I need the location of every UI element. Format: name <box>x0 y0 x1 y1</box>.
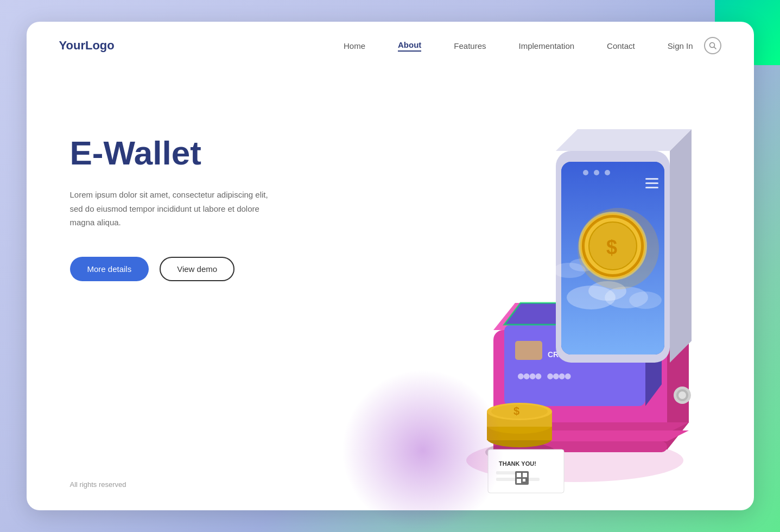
svg-rect-35 <box>645 178 658 180</box>
navbar: YourLogo Home About Features Implementat… <box>27 22 754 69</box>
nav-right: Sign In <box>668 37 721 54</box>
svg-point-34 <box>605 170 610 175</box>
svg-text:●●●● ●●●●: ●●●● ●●●● <box>518 370 571 381</box>
main-content: E-Wallet Lorem ipsum dolor sit amet, con… <box>27 69 754 509</box>
svg-point-32 <box>583 170 588 175</box>
svg-text:THANK YOU!: THANK YOU! <box>499 460 536 467</box>
svg-text:$: $ <box>606 236 617 258</box>
search-icon <box>709 42 716 49</box>
svg-rect-59 <box>517 479 521 483</box>
illustration: CREDIT CARD ●●●● ●●●● <box>331 91 738 509</box>
logo: YourLogo <box>59 39 115 53</box>
svg-rect-57 <box>517 473 521 477</box>
nav-home[interactable]: Home <box>344 41 365 50</box>
btn-group: More details View demo <box>70 257 331 281</box>
hero-description: Lorem ipsum dolor sit amet, consectetur … <box>70 188 276 230</box>
more-details-button[interactable]: More details <box>70 257 149 281</box>
svg-point-33 <box>594 170 599 175</box>
svg-line-1 <box>714 47 716 49</box>
text-section: E-Wallet Lorem ipsum dolor sit amet, con… <box>70 91 331 281</box>
nav-links: Home About Features Implementation Conta… <box>344 40 635 52</box>
hero-title: E-Wallet <box>70 135 331 172</box>
main-card: YourLogo Home About Features Implementat… <box>27 22 754 510</box>
svg-rect-60 <box>523 479 525 482</box>
svg-rect-18 <box>515 341 542 360</box>
svg-marker-22 <box>670 129 692 363</box>
e-wallet-illustration: CREDIT CARD ●●●● ●●●● <box>331 91 738 510</box>
svg-rect-36 <box>645 182 658 184</box>
search-button[interactable] <box>704 37 721 54</box>
view-demo-button[interactable]: View demo <box>160 257 234 281</box>
nav-contact[interactable]: Contact <box>607 41 635 50</box>
svg-point-29 <box>629 292 662 309</box>
nav-features[interactable]: Features <box>454 41 486 50</box>
footer-text: All rights reserved <box>70 480 126 489</box>
nav-about[interactable]: About <box>398 40 421 52</box>
svg-rect-37 <box>645 187 658 188</box>
svg-marker-23 <box>556 129 692 151</box>
sign-in-link[interactable]: Sign In <box>668 41 693 50</box>
svg-text:$: $ <box>513 405 519 417</box>
svg-point-11 <box>678 391 686 399</box>
nav-implementation[interactable]: Implementation <box>519 41 575 50</box>
svg-rect-58 <box>523 473 527 477</box>
